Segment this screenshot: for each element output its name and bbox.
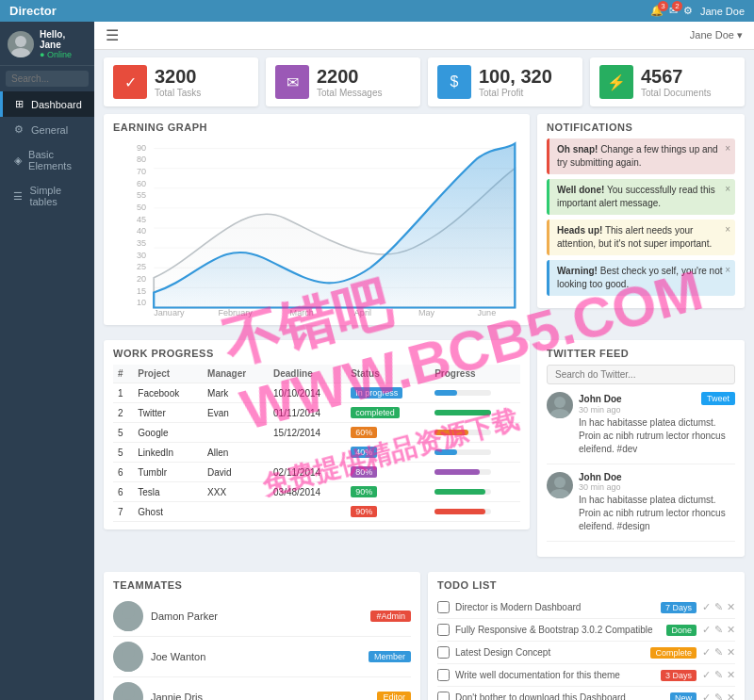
todo-badge: Done xyxy=(666,625,697,636)
progress-bar-wrap xyxy=(434,469,491,475)
svg-text:30: 30 xyxy=(137,251,146,260)
messages-icon-wrap[interactable]: ✉ 2 xyxy=(669,5,678,17)
todo-edit-icon[interactable]: ✎ xyxy=(714,669,723,681)
chart-area: 90 80 70 60 55 50 45 40 35 30 25 20 xyxy=(113,138,520,317)
todo-edit-icon[interactable]: ✎ xyxy=(714,624,723,636)
col-deadline: Deadline xyxy=(269,365,346,383)
tweet-button-1[interactable]: Tweet xyxy=(701,392,735,405)
cell-progress xyxy=(430,482,520,502)
todo-delete-icon[interactable]: ✕ xyxy=(727,669,735,681)
svg-point-34 xyxy=(550,489,569,498)
svg-text:June: June xyxy=(478,308,497,317)
todo-label: Don't bother to download this Dashboard xyxy=(455,692,661,700)
svg-text:15: 15 xyxy=(137,286,146,296)
teammate-avatar xyxy=(113,642,143,672)
todo-checkbox[interactable] xyxy=(437,692,450,700)
cell-manager: XXX xyxy=(203,482,269,502)
avatar xyxy=(8,31,34,57)
col-status: Status xyxy=(346,365,430,383)
svg-text:10: 10 xyxy=(137,299,146,308)
svg-point-0 xyxy=(15,36,26,47)
todo-check-icon[interactable]: ✓ xyxy=(702,692,711,700)
todo-check-icon[interactable]: ✓ xyxy=(702,646,711,659)
hamburger-icon[interactable]: ☰ xyxy=(106,26,119,44)
todo-edit-icon[interactable]: ✎ xyxy=(714,692,723,700)
graph-title: EARNING GRAPH xyxy=(113,122,520,133)
list-item: Don't bother to download this Dashboard … xyxy=(437,687,735,700)
sidebar-item-general[interactable]: ⚙ General xyxy=(0,117,94,142)
profit-icon: $ xyxy=(437,65,471,99)
svg-text:70: 70 xyxy=(137,167,146,176)
nav-label-tables: Simple tables xyxy=(29,185,85,207)
svg-point-31 xyxy=(554,397,566,408)
dashboard-icon: ⊞ xyxy=(12,98,25,110)
close-danger-btn[interactable]: × xyxy=(725,142,730,155)
twitter-title: TWITTER FEED xyxy=(547,348,735,359)
todo-check-icon[interactable]: ✓ xyxy=(702,601,711,613)
todo-delete-icon[interactable]: ✕ xyxy=(727,646,735,659)
cell-status: In progress xyxy=(346,383,430,403)
sidebar-item-simple-tables[interactable]: ☰ Simple tables xyxy=(0,178,94,214)
todo-delete-icon[interactable]: ✕ xyxy=(727,692,735,700)
cell-deadline: 02/11/2014 xyxy=(269,463,346,482)
notification-danger: × Oh snap! Change a few things up and tr… xyxy=(547,138,735,174)
close-warning-btn[interactable]: × xyxy=(725,223,730,236)
svg-text:January: January xyxy=(154,308,185,317)
general-icon: ⚙ xyxy=(12,123,25,136)
notifications-icon-wrap[interactable]: 🔔 3 xyxy=(650,5,664,17)
messages-number: 2200 xyxy=(317,67,382,86)
todo-checkbox[interactable] xyxy=(437,646,450,659)
table-row: 7 Ghost 90% xyxy=(113,502,520,522)
todo-checkbox[interactable] xyxy=(437,669,450,681)
teammates-list: Damon Parker #Admin Joe Wanton Member Ja… xyxy=(113,596,411,700)
todo-checkbox[interactable] xyxy=(437,601,450,613)
teammate-name: Jannie Dris xyxy=(151,692,369,700)
todo-check-icon[interactable]: ✓ xyxy=(702,624,711,636)
header-bar: ☰ Jane Doe ▾ xyxy=(94,22,754,50)
todo-delete-icon[interactable]: ✕ xyxy=(727,601,735,613)
cell-id: 1 xyxy=(113,383,133,403)
teammate-avatar xyxy=(113,601,143,631)
close-info-btn[interactable]: × xyxy=(725,264,730,277)
twitter-search-input[interactable] xyxy=(547,365,735,384)
tweet-content-2: John Doe 30 min ago In hac habitasse pla… xyxy=(579,472,735,533)
todo-delete-icon[interactable]: ✕ xyxy=(727,624,735,636)
todo-edit-icon[interactable]: ✎ xyxy=(714,646,723,659)
todo-check-icon[interactable]: ✓ xyxy=(702,669,711,681)
role-badge: Member xyxy=(369,651,411,662)
search-input[interactable] xyxy=(6,71,89,87)
cell-project: Ghost xyxy=(133,502,203,522)
settings-icon-wrap[interactable]: ⚙ xyxy=(683,5,693,17)
cell-status: 80% xyxy=(346,463,430,482)
work-progress-card: WORK PROGRESS # Project Manager Deadline… xyxy=(104,340,530,529)
svg-text:60: 60 xyxy=(137,179,146,188)
svg-point-36 xyxy=(117,621,139,631)
todo-actions: ✓ ✎ ✕ xyxy=(702,646,735,659)
sidebar-item-basic-elements[interactable]: ◈ Basic Elements xyxy=(0,142,94,178)
close-success-btn[interactable]: × xyxy=(725,183,730,196)
stat-tasks-info: 3200 Total Tasks xyxy=(155,67,201,98)
cell-project: Google xyxy=(133,423,203,443)
tweet-name-1: John Doe xyxy=(579,394,622,404)
progress-table: # Project Manager Deadline Status Progre… xyxy=(113,365,520,522)
app-title: Director xyxy=(9,4,57,18)
user-greeting: Hello, Jane xyxy=(40,29,87,50)
svg-text:20: 20 xyxy=(137,274,146,284)
todo-checkbox[interactable] xyxy=(437,624,450,636)
svg-text:February: February xyxy=(218,308,253,317)
svg-text:55: 55 xyxy=(137,191,146,201)
svg-point-33 xyxy=(554,477,566,488)
svg-text:45: 45 xyxy=(137,215,146,224)
sidebar-item-dashboard[interactable]: ⊞ Dashboard xyxy=(0,91,94,117)
list-item: Joe Wanton Member xyxy=(113,637,411,677)
todo-label: Latest Design Concept xyxy=(455,647,641,658)
table-row: 6 Tumblr David 02/11/2014 80% xyxy=(113,463,520,482)
user-info: Hello, Jane ● Online xyxy=(40,29,87,59)
cell-id: 6 xyxy=(113,463,133,482)
twitter-feed-card: TWITTER FEED John Doe Tweet 30 min ago xyxy=(537,340,745,557)
list-item: Director is Modern Dashboard 7 Days ✓ ✎ … xyxy=(437,596,735,619)
graph-col: EARNING GRAPH 90 80 70 60 55 50 45 40 xyxy=(104,114,530,333)
teammate-name: Damon Parker xyxy=(151,610,363,622)
todo-edit-icon[interactable]: ✎ xyxy=(714,601,723,613)
progress-bar-fill xyxy=(434,509,485,514)
